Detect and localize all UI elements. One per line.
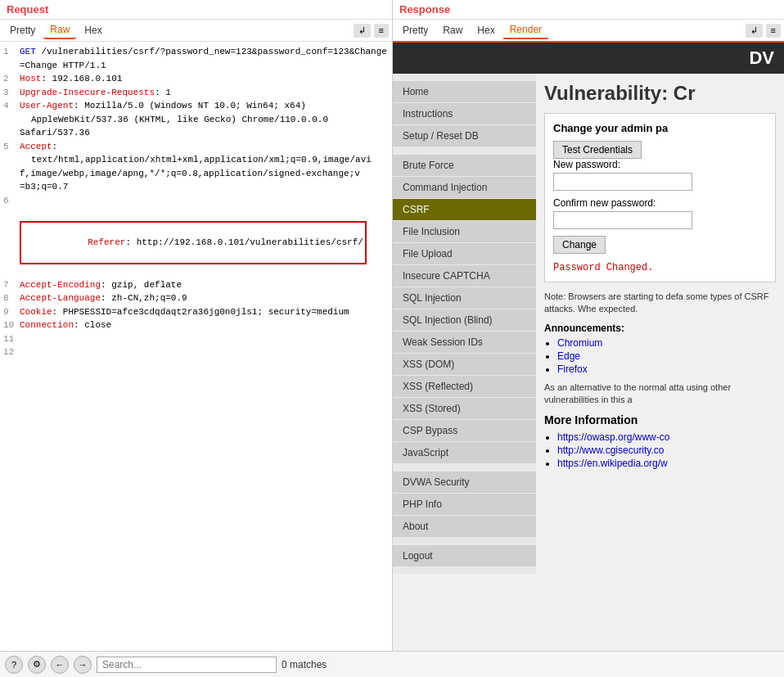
request-line-9: 9 Cookie: PHPSESSID=afce3cdqdaqt2ra36jg0… xyxy=(3,305,389,319)
dvwa-alt-text: As an alternative to the normal atta usi… xyxy=(544,381,776,407)
nav-xss-stored[interactable]: XSS (Stored) xyxy=(393,398,536,419)
dvwa-body: Home Instructions Setup / Reset DB Brute… xyxy=(393,74,784,574)
firefox-link[interactable]: Firefox xyxy=(557,363,588,375)
nav-file-upload[interactable]: File Upload xyxy=(393,243,536,264)
dvwa-note-text: Note: Browsers are starting to defa some… xyxy=(544,291,776,316)
tab-icons: ↲ ≡ xyxy=(354,24,389,38)
dvwa-header: DV xyxy=(393,43,784,74)
request-line-10: 10 Connection: close xyxy=(3,318,389,332)
encode-icon[interactable]: ↲ xyxy=(354,24,371,38)
request-tab-bar: Pretty Raw Hex ↲ ≡ xyxy=(0,20,392,42)
tab-pretty[interactable]: Pretty xyxy=(3,22,42,38)
cgisecurity-link[interactable]: http://www.cgisecurity.co xyxy=(557,445,665,456)
request-panel: Request Pretty Raw Hex ↲ ≡ 1 GET /vulner… xyxy=(0,0,393,651)
confirm-password-row: Confirm new password: xyxy=(553,197,767,229)
nav-brute-force[interactable]: Brute Force xyxy=(393,155,536,176)
nav-sql-injection-blind[interactable]: SQL Injection (Blind) xyxy=(393,309,536,331)
more-info-title: More Information xyxy=(544,413,776,427)
nav-home[interactable]: Home xyxy=(393,81,536,102)
announcement-firefox: Firefox xyxy=(557,363,776,375)
nav-file-inclusion[interactable]: File Inclusion xyxy=(393,221,536,242)
nav-javascript[interactable]: JavaScript xyxy=(393,442,536,463)
nav-command-injection[interactable]: Command Injection xyxy=(393,177,536,198)
change-button[interactable]: Change xyxy=(553,236,606,254)
request-line-11: 11 xyxy=(3,332,389,346)
dvwa-rendered-page: DV Home Instructions Setup / Reset DB Br… xyxy=(393,43,784,651)
request-line-8: 8 Accept-Language: zh-CN,zh;q=0.9 xyxy=(3,291,389,305)
search-input[interactable] xyxy=(97,657,277,673)
response-tab-bar: Pretty Raw Hex Render ↲ ≡ xyxy=(393,20,784,43)
nav-xss-reflected[interactable]: XSS (Reflected) xyxy=(393,376,536,397)
request-line-5: 5 Accept:text/html,application/xhtml+xml… xyxy=(3,140,389,194)
bottom-bar: ? ⚙ ← → 0 matches xyxy=(0,651,784,677)
menu-icon[interactable]: ≡ xyxy=(374,24,389,38)
dvwa-nav: Home Instructions Setup / Reset DB Brute… xyxy=(393,74,536,574)
request-line-2: 2 Host: 192.168.0.101 xyxy=(3,72,389,86)
announcement-chromium: Chromium xyxy=(557,337,776,349)
nav-csrf[interactable]: CSRF xyxy=(393,199,536,220)
nav-logout[interactable]: Logout xyxy=(393,545,536,566)
confirm-password-input[interactable] xyxy=(553,211,692,229)
response-tab-icons: ↲ ≡ xyxy=(746,24,781,38)
nav-sql-injection[interactable]: SQL Injection xyxy=(393,287,536,309)
new-password-row: New password: xyxy=(553,159,767,191)
nav-dvwa-security[interactable]: DVWA Security xyxy=(393,472,536,493)
dvwa-announcements: Announcements: Chromium Edge Firefox xyxy=(544,323,776,375)
more-info-list: https://owasp.org/www-co http://www.cgis… xyxy=(544,431,776,469)
announcements-title: Announcements: xyxy=(544,323,776,334)
response-panel-header: Response xyxy=(393,0,784,20)
new-password-label: New password: xyxy=(553,159,767,170)
nav-xss-dom[interactable]: XSS (DOM) xyxy=(393,354,536,375)
nav-instructions[interactable]: Instructions xyxy=(393,103,536,124)
request-line-3: 3 Upgrade-Insecure-Requests: 1 xyxy=(3,86,389,100)
info-link-2: http://www.cgisecurity.co xyxy=(557,445,776,456)
edge-link[interactable]: Edge xyxy=(557,350,580,362)
wikipedia-link[interactable]: https://en.wikipedia.org/w xyxy=(557,458,668,469)
settings-button[interactable]: ⚙ xyxy=(28,656,46,674)
request-line-1: 1 GET /vulnerabilities/csrf/?password_ne… xyxy=(3,45,389,72)
password-changed-message: Password Changed. xyxy=(553,262,767,273)
request-content: 1 GET /vulnerabilities/csrf/?password_ne… xyxy=(0,42,392,651)
response-encode-icon[interactable]: ↲ xyxy=(746,24,763,38)
dvwa-main-content: Vulnerability: Cr Change your admin pa T… xyxy=(536,74,784,574)
matches-count: 0 matches xyxy=(282,659,327,670)
nav-setup[interactable]: Setup / Reset DB xyxy=(393,125,536,147)
request-line-12: 12 xyxy=(3,345,389,359)
owasp-link[interactable]: https://owasp.org/www-co xyxy=(557,431,669,443)
request-line-7: 7 Accept-Encoding: gzip, deflate xyxy=(3,278,389,292)
response-panel: Response Pretty Raw Hex Render ↲ ≡ DV Ho… xyxy=(393,0,784,651)
tab-pretty[interactable]: Pretty xyxy=(396,22,435,38)
announcements-list: Chromium Edge Firefox xyxy=(544,337,776,375)
back-button[interactable]: ← xyxy=(51,656,69,674)
help-button[interactable]: ? xyxy=(5,656,23,674)
chromium-link[interactable]: Chromium xyxy=(557,337,602,349)
tab-hex[interactable]: Hex xyxy=(471,22,501,38)
nav-insecure-captcha[interactable]: Insecure CAPTCHA xyxy=(393,265,536,287)
response-content: DV Home Instructions Setup / Reset DB Br… xyxy=(393,43,784,651)
info-link-3: https://en.wikipedia.org/w xyxy=(557,458,776,469)
nav-php-info[interactable]: PHP Info xyxy=(393,494,536,515)
request-panel-header: Request xyxy=(0,0,392,20)
change-password-title: Change your admin pa xyxy=(553,122,767,134)
info-link-1: https://owasp.org/www-co xyxy=(557,431,776,443)
request-line-4: 4 User-Agent: Mozilla/5.0 (Windows NT 10… xyxy=(3,99,389,140)
referer-highlight: Referer: http://192.168.0.101/vulnerabil… xyxy=(20,221,367,265)
request-line-6: 6 Referer: http://192.168.0.101/vulnerab… xyxy=(3,194,389,278)
nav-about[interactable]: About xyxy=(393,516,536,537)
dvwa-change-password-section: Change your admin pa Test Credentials Ne… xyxy=(544,113,776,282)
new-password-input[interactable] xyxy=(553,173,692,191)
http-method: GET xyxy=(20,47,36,56)
dvwa-page-title: Vulnerability: Cr xyxy=(544,82,776,105)
test-credentials-button[interactable]: Test Credentials xyxy=(553,141,642,159)
tab-raw[interactable]: Raw xyxy=(43,21,76,39)
tab-hex[interactable]: Hex xyxy=(78,22,108,38)
nav-weak-session-ids[interactable]: Weak Session IDs xyxy=(393,332,536,353)
tab-raw[interactable]: Raw xyxy=(436,22,469,38)
tab-render[interactable]: Render xyxy=(503,21,548,39)
nav-csp-bypass[interactable]: CSP Bypass xyxy=(393,420,536,441)
announcement-edge: Edge xyxy=(557,350,776,362)
response-menu-icon[interactable]: ≡ xyxy=(766,24,781,38)
forward-button[interactable]: → xyxy=(74,656,92,674)
confirm-password-label: Confirm new password: xyxy=(553,197,767,209)
